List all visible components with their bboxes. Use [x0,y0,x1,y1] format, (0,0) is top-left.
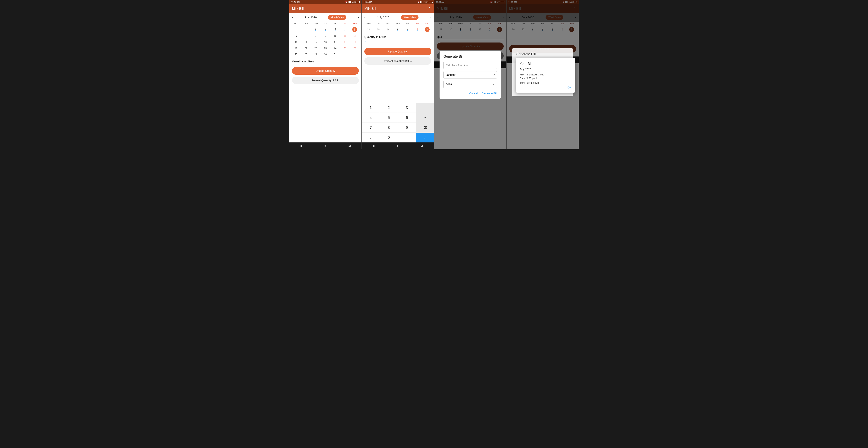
bottom-circle-2[interactable]: ● [397,144,399,148]
view-btn-2[interactable]: Week View [401,15,419,20]
cal-cell[interactable]: 12 [350,33,360,39]
bottom-back-1[interactable]: ◀ [348,144,350,148]
screen-3: 11:34 AM ⏰ ▌▌▌ WiFi Milk Bill ⋮ ‹ July 2… [434,0,506,149]
cal-cell[interactable]: 2 [393,26,403,33]
numpad-key[interactable]: ⌫ [416,123,434,132]
battery-wrapper-1 [356,1,360,3]
cal-cell[interactable]: 19 [350,39,360,45]
cal-cell[interactable]: 8 [311,33,320,39]
numpad-key[interactable]: − [416,103,434,113]
cal-cell[interactable]: 16 [320,39,330,45]
numpad-key[interactable]: . [398,133,416,143]
cal-cell[interactable]: 27 [291,52,301,57]
status-bar-1: 11:34 AM ⏰ ▌▌▌ WiFi [289,0,362,4]
cal-cell[interactable] [350,52,360,57]
cal-cell[interactable]: 4 [412,26,422,33]
rate-input-3[interactable] [443,62,497,69]
cal-cell[interactable]: 13 [291,39,301,45]
cal-cell[interactable]: 20 [291,46,301,51]
cal-cell[interactable]: 21 [301,46,311,51]
menu-icon-1[interactable]: ⋮ [355,6,359,11]
numpad-key[interactable]: ✓ [416,133,434,143]
nav-prev-1[interactable]: ‹ [292,15,293,19]
update-btn-1[interactable]: Update Quantity [292,67,359,75]
cal-cell[interactable]: 1 [311,26,320,33]
numpad-2: 123−456↵789⌫,0.✓ [362,102,434,143]
dialog-title-4-bg: Generate Bill [516,52,569,56]
update-btn-2[interactable]: Update Quantity [364,48,431,55]
cal-cell[interactable]: 28 [301,52,311,57]
cal-cell[interactable] [301,26,311,33]
qty-label-1: Quantity in Litres [292,60,359,63]
cal-cell[interactable]: 26 [350,46,360,51]
generate-btn-3[interactable]: Generate Bill [482,92,497,95]
cal-cell[interactable]: 3 [330,26,340,33]
cal-cell[interactable]: 30 [320,52,330,57]
app-title-2: Milk Bill [364,7,376,11]
cal-cell[interactable]: 4 [340,26,350,33]
view-btn-1[interactable]: Month View [328,15,346,20]
cal-cell[interactable]: 18 [340,39,350,45]
numpad-key[interactable]: ↵ [416,113,434,122]
cal-cell[interactable]: 31 [330,52,340,57]
numpad-key[interactable]: 9 [398,123,416,132]
cal-cell[interactable]: 17 [330,39,340,45]
cal-cell[interactable]: 5 [350,26,360,33]
cal-cell[interactable]: 15 [311,39,320,45]
numpad-key[interactable]: 8 [380,123,398,132]
numpad-key[interactable]: 7 [362,123,380,132]
cal-body-1[interactable]: 1234567891011121314151617181920212223242… [291,26,360,57]
qty-input-2[interactable] [364,40,431,44]
cal-cell[interactable]: 5 [422,26,432,33]
cal-cell[interactable]: 23 [320,46,330,51]
year-select-3[interactable]: 20182019202020212022202320242025 [443,81,497,88]
present-qty-btn-1[interactable]: Present Quantity: 2.0 L. [292,77,359,84]
numpad-key[interactable]: 3 [398,103,416,113]
cal-cell[interactable]: 24 [330,46,340,51]
cal-cell[interactable]: 14 [301,39,311,45]
bottom-back-2[interactable]: ◀ [421,144,423,148]
wifi-icon-2: WiFi [425,1,428,3]
cal-cell[interactable]: 9 [320,33,330,39]
numpad-key[interactable]: 4 [362,113,380,122]
cal-cell[interactable]: 10 [330,33,340,39]
cal-cell[interactable]: 11 [340,33,350,39]
bottom-square-1[interactable]: ■ [301,144,302,148]
numpad-key[interactable]: , [362,133,380,143]
cal-cell[interactable]: 29 [364,26,373,33]
nav-prev-2[interactable]: ‹ [364,15,366,19]
cal-cell[interactable] [340,52,350,57]
numpad-key[interactable]: 6 [398,113,416,122]
cancel-btn-3[interactable]: Cancel [469,92,478,95]
cal-cell[interactable]: 25 [340,46,350,51]
nav-next-1[interactable]: › [358,15,359,19]
app-title-1: Milk Bill [292,7,304,11]
cal-cell[interactable]: 30 [373,26,383,33]
numpad-key[interactable]: 1 [362,103,380,113]
ok-btn-4[interactable]: OK [567,86,571,89]
cal-cell[interactable]: 6 [291,33,301,39]
cal-cell[interactable]: 29 [311,52,320,57]
nav-month-1: July 2020 [305,16,317,19]
cal-cell[interactable]: 7 [301,33,311,39]
month-select-3[interactable]: JanuaryFebruaryMarchAprilMayJuneJulyAugu… [443,71,497,79]
numpad-key[interactable]: 0 [380,133,398,143]
cal-cell[interactable]: 2 [320,26,330,33]
menu-icon-2[interactable]: ⋮ [428,6,431,11]
bottom-square-2[interactable]: ■ [373,144,375,148]
numpad-key[interactable]: 5 [380,113,398,122]
bottom-circle-1[interactable]: ● [324,144,326,148]
cal-hdr-mon-2: Mon [364,22,373,26]
cal-cell[interactable]: 1 [383,26,393,33]
cal-body-2[interactable]: 293012345 [364,26,432,33]
cal-hdr-sun-2: Sun [422,22,432,26]
cal-cell[interactable] [291,26,301,33]
cal-cell[interactable]: 3 [403,26,412,33]
cal-cell[interactable]: 22 [311,46,320,51]
present-qty-btn-2[interactable]: Present Quantity: 2.0 L. [364,57,431,65]
nav-month-2: July 2020 [377,16,389,19]
numpad-key[interactable]: 2 [380,103,398,113]
cal-hdr-sat-1: Sat [340,22,350,26]
calendar-1: Mon Tue Wed Thu Fri Sat Sun 123456789101… [289,22,362,57]
nav-next-2[interactable]: › [430,15,431,19]
